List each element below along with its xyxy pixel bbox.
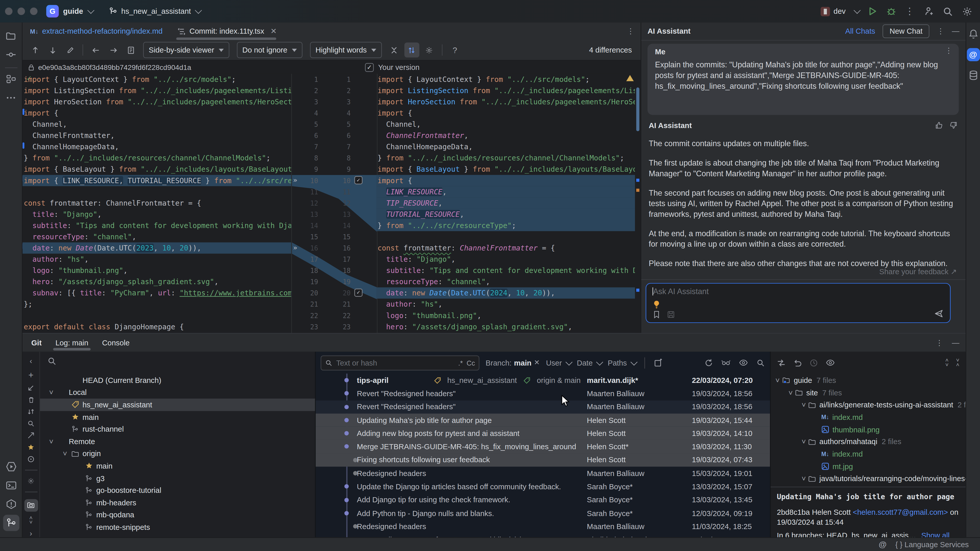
- ai-status-icon[interactable]: @: [879, 540, 886, 549]
- commit-row[interactable]: Redesigned headersMaarten Balliauw15/03/…: [316, 467, 770, 480]
- tab-log-main[interactable]: Log: main: [56, 333, 88, 352]
- file-tree-item-authors-mahataqi[interactable]: ˅authors/mahataqi2 files: [771, 436, 966, 448]
- show-all-link[interactable]: Show all: [921, 531, 950, 538]
- branch-item-main[interactable]: main: [40, 460, 315, 472]
- left-code-pane[interactable]: import { LayoutContext } from "../../src…: [22, 74, 291, 333]
- commit-row[interactable]: Updating Maha's job title for author pag…: [316, 413, 770, 427]
- jump-to-source-icon[interactable]: [123, 43, 138, 58]
- window-close-button[interactable]: [5, 7, 13, 15]
- branch-item-remote-snippets[interactable]: remote-snippets: [40, 521, 315, 534]
- branch-item-origin[interactable]: ˅origin: [40, 448, 315, 460]
- commit-row[interactable]: Adding new blog posts for pytest and ai …: [316, 427, 770, 440]
- thumbs-down-icon[interactable]: [950, 121, 958, 129]
- ai-options-kebab[interactable]: ⋮: [937, 27, 944, 35]
- previous-change-button[interactable]: [88, 43, 103, 58]
- favorites-star-icon[interactable]: [27, 444, 35, 451]
- file-tree-item-thumbnail-png[interactable]: thumbnail.png: [771, 424, 966, 436]
- message-kebab[interactable]: ⋮: [945, 46, 953, 55]
- file-tree-item-mt-jpg[interactable]: mt.jpg: [771, 460, 966, 472]
- send-message-icon[interactable]: [934, 309, 944, 319]
- branch-item-mb-headers[interactable]: mb-headers: [40, 497, 315, 509]
- tab-scrollbar-thumb[interactable]: [177, 38, 277, 40]
- project-widget[interactable]: guide: [63, 7, 83, 16]
- new-chat-button[interactable]: New Chat: [883, 24, 929, 38]
- file-tree-item-guide[interactable]: ˅guide7 files: [771, 374, 966, 386]
- branch-item-mb-qodana[interactable]: mb-qodana: [40, 509, 315, 521]
- commit-row[interactable]: Add Python tip - Django nulls and blanks…: [316, 507, 770, 520]
- tab-extract-method-refactoring[interactable]: M↓ extract-method-refactoring/index.md: [22, 22, 170, 40]
- user-filter[interactable]: User: [546, 358, 570, 367]
- tab-console[interactable]: Console: [102, 333, 130, 352]
- panel-options-kebab[interactable]: ⋮: [935, 338, 943, 347]
- language-services-widget[interactable]: { } Language Services: [895, 540, 969, 549]
- search-icon[interactable]: [756, 358, 765, 367]
- synchronize-scrolling-icon[interactable]: [404, 43, 419, 58]
- compare-changes-icon[interactable]: [777, 358, 786, 367]
- expand-all-icon[interactable]: ˄˅: [945, 358, 948, 367]
- close-icon[interactable]: ✕: [534, 359, 540, 367]
- search-icon[interactable]: [27, 420, 35, 427]
- run-tool-icon[interactable]: [3, 459, 19, 475]
- file-tree-item-java-tutorials-rearranging-code-moving-lines-a[interactable]: ˅java/tutorials/rearranging-code/moving-…: [771, 473, 966, 485]
- window-zoom-button[interactable]: [30, 7, 38, 15]
- search-everywhere-icon[interactable]: [942, 6, 953, 17]
- thumbs-up-icon[interactable]: [935, 121, 943, 129]
- paths-filter[interactable]: Paths: [608, 358, 635, 367]
- collapse-all-icon[interactable]: ˅˄: [956, 358, 959, 367]
- collapse-panel-icon[interactable]: ‹: [30, 357, 32, 365]
- branch-item-main[interactable]: main: [40, 411, 315, 423]
- settings-gear-icon[interactable]: [27, 477, 35, 485]
- run-button[interactable]: [867, 6, 877, 16]
- regex-toggle[interactable]: .*: [458, 359, 463, 366]
- go-to-hash-icon[interactable]: [721, 359, 731, 367]
- problems-tool-icon[interactable]: [3, 496, 19, 512]
- git-tool-icon[interactable]: [3, 515, 19, 531]
- commit-row[interactable]: Fixing shortcuts following user feedback…: [316, 453, 770, 467]
- next-change-button[interactable]: [106, 43, 121, 58]
- diff-editor[interactable]: ✓ import { LayoutContext } from "../../s…: [22, 74, 641, 333]
- project-tool-icon[interactable]: [3, 27, 19, 44]
- save-icon[interactable]: [667, 310, 675, 319]
- right-code-pane[interactable]: import { LayoutContext } from "../../src…: [376, 74, 635, 333]
- chevron-right-icon[interactable]: ›: [30, 529, 32, 538]
- open-in-new-tab-icon[interactable]: [654, 358, 662, 367]
- branch-search-icon[interactable]: [48, 357, 56, 365]
- branch-item-hs-new-ai-assistant[interactable]: hs_new_ai_assistant: [40, 399, 315, 411]
- run-configuration-selector[interactable]: dev: [821, 6, 859, 16]
- more-actions-kebab[interactable]: ⋮: [905, 6, 915, 17]
- include-change-checkbox[interactable]: ✓: [355, 176, 363, 184]
- commit-tool-icon[interactable]: [3, 46, 19, 62]
- preview-diff-eye-icon[interactable]: [826, 359, 835, 367]
- include-all-checkbox[interactable]: ✓: [365, 63, 374, 71]
- all-chats-link[interactable]: All Chats: [845, 27, 875, 35]
- fold-marker-icon[interactable]: »: [293, 242, 298, 254]
- file-tree-item-index-md[interactable]: M↓index.md: [771, 448, 966, 460]
- ai-chat-input[interactable]: Ask AI Assistant: [646, 283, 951, 323]
- settings-gear-icon[interactable]: [962, 6, 973, 17]
- code-with-me-icon[interactable]: [923, 6, 934, 17]
- highlight-mode-dropdown[interactable]: Highlight words: [310, 42, 382, 58]
- commit-row[interactable]: Add Django tip for using the check frame…: [316, 493, 770, 507]
- fold-marker-icon[interactable]: »: [293, 175, 298, 186]
- viewer-mode-dropdown[interactable]: Side-by-side viewer: [143, 42, 229, 58]
- prompt-library-icon[interactable]: [652, 310, 661, 319]
- checkout-icon[interactable]: [27, 384, 35, 392]
- debug-button[interactable]: [886, 6, 896, 16]
- commit-row[interactable]: Update the Django tip articles based off…: [316, 480, 770, 493]
- branch-item-rust-channel[interactable]: rust-channel: [40, 423, 315, 435]
- next-difference-button[interactable]: [45, 43, 60, 58]
- commit-row[interactable]: tips-aprilhs_new_ai_assistantorigin & ma…: [316, 373, 770, 387]
- file-tree-item-site[interactable]: ˅site7 files: [771, 386, 966, 399]
- tab-options-kebab[interactable]: ⋮: [620, 22, 641, 40]
- suggestion-lightbulb-icon[interactable]: [652, 300, 661, 309]
- navigate-icon[interactable]: [27, 455, 35, 463]
- refresh-icon[interactable]: [704, 358, 713, 367]
- editor-scrollbar[interactable]: [635, 74, 641, 333]
- hide-panel-icon[interactable]: —: [952, 27, 959, 35]
- commit-row[interactable]: Revert "Redesigned headers"Maarten Balli…: [316, 400, 770, 413]
- diff-settings-gear-icon[interactable]: [422, 43, 437, 58]
- structure-tool-icon[interactable]: [3, 71, 19, 87]
- log-search-field[interactable]: Text or hash .* Cc: [321, 355, 479, 370]
- more-tools-icon[interactable]: [3, 89, 19, 106]
- date-filter[interactable]: Date: [577, 358, 601, 367]
